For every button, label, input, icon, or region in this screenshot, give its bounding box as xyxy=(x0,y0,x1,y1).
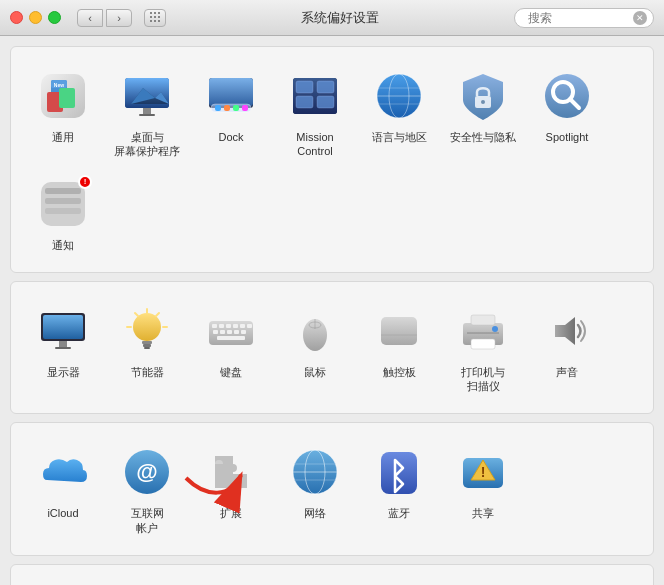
hardware-icons-grid: 显示器 xyxy=(21,294,643,402)
language-label: 语言与地区 xyxy=(372,130,427,144)
search-box[interactable]: ✕ xyxy=(514,8,654,28)
forward-button[interactable]: › xyxy=(106,9,132,27)
extensions-icon xyxy=(205,446,257,498)
icon-network[interactable]: 网络 xyxy=(273,435,357,543)
icon-mission[interactable]: MissionControl xyxy=(273,59,357,167)
desktop-label: 桌面与屏幕保护程序 xyxy=(114,130,180,159)
svg-rect-18 xyxy=(215,105,221,111)
svg-line-52 xyxy=(156,313,159,316)
icon-dictation[interactable]: 听写与语音 xyxy=(273,577,357,585)
icon-desktop[interactable]: 桌面与屏幕保护程序 xyxy=(105,59,189,167)
icon-notification[interactable]: ! 通知 xyxy=(21,167,105,260)
window-title: 系统偏好设置 xyxy=(174,9,506,27)
svg-rect-66 xyxy=(234,330,239,334)
security-icon xyxy=(457,70,509,122)
svg-rect-16 xyxy=(209,78,253,106)
icon-datetime[interactable]: 18 APR 日期与时间 xyxy=(357,577,441,585)
search-input[interactable] xyxy=(528,11,628,25)
icon-spotlight[interactable]: Spotlight xyxy=(525,59,609,167)
svg-rect-40 xyxy=(45,188,81,194)
svg-rect-49 xyxy=(143,344,151,347)
section-system: 用户与群组 xyxy=(10,564,654,585)
internet-icons-grid: iCloud @ xyxy=(21,435,643,543)
svg-rect-19 xyxy=(224,105,230,111)
svg-point-36 xyxy=(545,74,589,118)
sharing-icon: ! xyxy=(457,446,509,498)
minimize-button[interactable] xyxy=(29,11,42,24)
icon-keyboard[interactable]: 键盘 xyxy=(189,294,273,402)
icon-internet[interactable]: @ 互联网帐户 xyxy=(105,435,189,543)
icon-general[interactable]: New 通用 xyxy=(21,59,105,167)
svg-rect-46 xyxy=(55,347,71,349)
icon-sound[interactable]: 声音 xyxy=(525,294,609,402)
icon-language[interactable]: 语言与地区 xyxy=(357,59,441,167)
icon-energy[interactable]: 节能器 xyxy=(105,294,189,402)
section-internet: iCloud @ xyxy=(10,422,654,556)
svg-rect-60 xyxy=(233,324,238,328)
back-button[interactable]: ‹ xyxy=(77,9,103,27)
spotlight-label: Spotlight xyxy=(546,130,589,144)
extensions-label: 扩展 xyxy=(220,506,242,520)
internet-accounts-icon: @ xyxy=(121,446,173,498)
svg-rect-45 xyxy=(59,341,67,347)
icon-users[interactable]: 用户与群组 xyxy=(21,577,105,585)
svg-rect-76 xyxy=(471,339,495,349)
search-clear-button[interactable]: ✕ xyxy=(633,11,647,25)
spotlight-icon xyxy=(541,70,593,122)
svg-marker-79 xyxy=(555,317,575,345)
svg-rect-5 xyxy=(59,88,75,108)
keyboard-icon xyxy=(205,305,257,357)
icon-mouse[interactable]: 鼠标 xyxy=(273,294,357,402)
svg-rect-41 xyxy=(45,198,81,204)
mission-icon xyxy=(289,70,341,122)
svg-rect-13 xyxy=(143,108,151,114)
svg-line-54 xyxy=(135,313,138,316)
fullscreen-button[interactable] xyxy=(48,11,61,24)
icon-extensions[interactable]: 扩展 xyxy=(189,435,273,543)
network-icon xyxy=(289,446,341,498)
icon-appstore[interactable]: App Store xyxy=(189,577,273,585)
energy-icon xyxy=(121,305,173,357)
svg-rect-62 xyxy=(247,324,252,328)
grid-view-button[interactable] xyxy=(144,9,166,27)
svg-rect-25 xyxy=(317,81,334,93)
svg-rect-50 xyxy=(144,347,150,349)
svg-rect-24 xyxy=(296,81,313,93)
keyboard-label: 键盘 xyxy=(220,365,242,379)
svg-text:!: ! xyxy=(481,464,486,480)
icon-security[interactable]: 安全性与隐私 xyxy=(441,59,525,167)
svg-rect-58 xyxy=(219,324,224,328)
icloud-icon xyxy=(37,446,89,498)
section-hardware: 显示器 xyxy=(10,281,654,415)
icon-startup[interactable]: 启动磁盘 xyxy=(441,577,525,585)
personal-icons-grid: New 通用 xyxy=(21,59,643,260)
network-label: 网络 xyxy=(304,506,326,520)
trackpad-icon xyxy=(373,305,425,357)
display-icon xyxy=(37,305,89,357)
icon-parental[interactable]: 家长控制 xyxy=(105,577,189,585)
icon-icloud[interactable]: iCloud xyxy=(21,435,105,543)
printer-icon xyxy=(457,305,509,357)
language-icon xyxy=(373,70,425,122)
icon-trackpad[interactable]: 触控板 xyxy=(357,294,441,402)
mouse-label: 鼠标 xyxy=(304,365,326,379)
svg-rect-44 xyxy=(43,315,83,339)
icon-printer[interactable]: 打印机与扫描仪 xyxy=(441,294,525,402)
display-label: 显示器 xyxy=(47,365,80,379)
security-label: 安全性与隐私 xyxy=(450,130,516,144)
svg-rect-67 xyxy=(241,330,246,334)
svg-rect-26 xyxy=(296,96,313,108)
close-button[interactable] xyxy=(10,11,23,24)
general-icon: New xyxy=(37,70,89,122)
svg-rect-75 xyxy=(471,315,495,325)
icon-dock[interactable]: Dock xyxy=(189,59,273,167)
general-label: 通用 xyxy=(52,130,74,144)
section-personal: New 通用 xyxy=(10,46,654,273)
icon-timemachine[interactable]: Time Machine xyxy=(525,577,609,585)
svg-rect-21 xyxy=(242,105,248,111)
icon-bluetooth[interactable]: 蓝牙 xyxy=(357,435,441,543)
bluetooth-icon xyxy=(373,446,425,498)
icon-display[interactable]: 显示器 xyxy=(21,294,105,402)
svg-rect-59 xyxy=(226,324,231,328)
icon-sharing[interactable]: ! 共享 xyxy=(441,435,525,543)
